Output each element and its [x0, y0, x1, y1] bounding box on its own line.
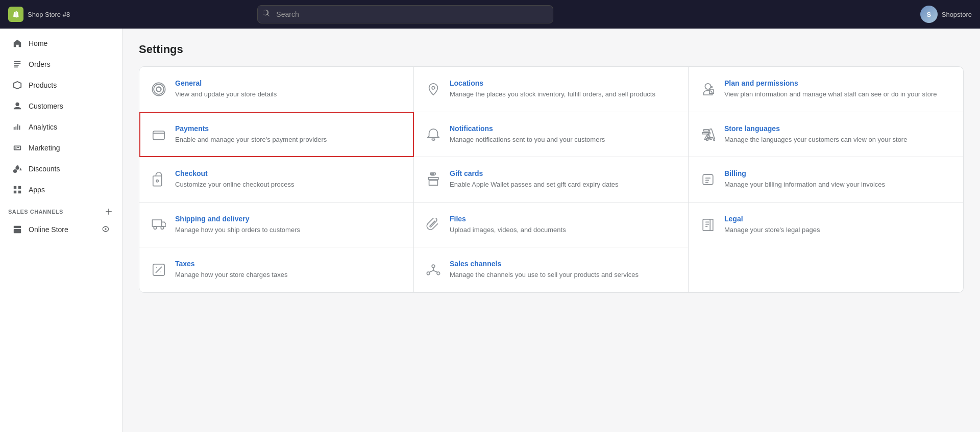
- settings-item-payments[interactable]: Payments Enable and manage your store's …: [139, 112, 414, 158]
- sidebar: Home Orders Products Customers Analytics…: [0, 29, 122, 432]
- settings-grid: General View and update your store detai…: [139, 67, 963, 292]
- sales-channels-label: SALES CHANNELS: [8, 209, 63, 215]
- sidebar-item-label-apps: Apps: [29, 186, 45, 194]
- layout: Home Orders Products Customers Analytics…: [0, 29, 980, 432]
- settings-item-content-gift-cards: Gift cards Enable Apple Wallet passes an…: [450, 169, 618, 190]
- sidebar-item-online-store[interactable]: Online Store: [4, 219, 118, 240]
- settings-item-plan-permissions[interactable]: Plan and permissions View plan informati…: [689, 67, 963, 112]
- sidebar-item-products[interactable]: Products: [4, 75, 118, 95]
- settings-item-desc-general: View and update your store details: [175, 89, 277, 99]
- settings-item-content-plan-permissions: Plan and permissions View plan informati…: [724, 79, 937, 99]
- sidebar-item-analytics[interactable]: Analytics: [4, 117, 118, 137]
- settings-item-billing[interactable]: Billing Manage your billing information …: [689, 157, 963, 202]
- svg-point-4: [156, 180, 158, 182]
- paperclip-icon: [424, 216, 443, 234]
- settings-item-content-payments: Payments Enable and manage your store's …: [175, 124, 327, 145]
- svg-rect-5: [703, 174, 713, 185]
- settings-item-desc-locations: Manage the places you stock inventory, f…: [450, 89, 655, 99]
- sidebar-item-apps[interactable]: Apps: [4, 180, 118, 200]
- billing-icon: [699, 170, 717, 189]
- sidebar-item-home[interactable]: Home: [4, 33, 118, 54]
- svg-point-11: [427, 272, 430, 275]
- settings-item-content-taxes: Taxes Manage how your store charges taxe…: [175, 260, 287, 280]
- channels-icon: [424, 261, 443, 279]
- bell-icon: [424, 125, 443, 144]
- settings-item-general[interactable]: General View and update your store detai…: [139, 67, 414, 112]
- settings-item-desc-payments: Enable and manage your store's payment p…: [175, 135, 327, 145]
- settings-item-content-files: Files Upload images, videos, and documen…: [450, 215, 566, 235]
- svg-rect-8: [703, 219, 710, 230]
- svg-rect-3: [153, 176, 162, 186]
- settings-item-title-files: Files: [450, 215, 566, 223]
- settings-item-content-locations: Locations Manage the places you stock in…: [450, 79, 655, 99]
- svg-rect-0: [8, 7, 23, 22]
- discounts-icon: [12, 164, 22, 174]
- logo[interactable]: Shop Store #8: [8, 7, 70, 22]
- settings-item-title-shipping-delivery: Shipping and delivery: [175, 215, 300, 223]
- settings-item-desc-checkout: Customize your online checkout process: [175, 180, 294, 190]
- settings-item-shipping-delivery[interactable]: Shipping and delivery Manage how you shi…: [139, 202, 414, 248]
- sidebar-item-discounts[interactable]: Discounts: [4, 159, 118, 179]
- search-bar[interactable]: [257, 5, 553, 23]
- svg-point-6: [154, 226, 157, 229]
- settings-item-content-checkout: Checkout Customize your online checkout …: [175, 169, 294, 190]
- truck-icon: [150, 216, 168, 234]
- gift-icon: [424, 170, 443, 189]
- settings-item-desc-gift-cards: Enable Apple Wallet passes and set gift …: [450, 180, 618, 190]
- add-sales-channel-button[interactable]: [104, 207, 114, 217]
- settings-item-title-notifications: Notifications: [450, 124, 605, 133]
- settings-item-desc-files: Upload images, videos, and documents: [450, 225, 566, 235]
- orders-icon: [12, 59, 22, 69]
- settings-item-title-gift-cards: Gift cards: [450, 169, 618, 177]
- settings-item-title-sales-channels: Sales channels: [450, 260, 639, 268]
- online-store-eye-icon[interactable]: [102, 225, 110, 235]
- settings-item-locations[interactable]: Locations Manage the places you stock in…: [414, 67, 689, 112]
- settings-item-desc-taxes: Manage how your store charges taxes: [175, 270, 287, 280]
- topbar: Shop Store #8 S Shopstore: [0, 0, 980, 29]
- settings-item-content-billing: Billing Manage your billing information …: [724, 169, 885, 190]
- settings-item-desc-plan-permissions: View plan information and manage what st…: [724, 89, 937, 99]
- store-name: Shop Store #8: [28, 11, 70, 18]
- products-icon: [12, 80, 22, 90]
- settings-item-content-store-languages: Store languages Manage the languages you…: [724, 124, 907, 145]
- sidebar-item-orders[interactable]: Orders: [4, 54, 118, 74]
- marketing-icon: [12, 143, 22, 153]
- settings-item-store-languages[interactable]: Store languages Manage the languages you…: [689, 112, 963, 158]
- main-content: Settings General View and update your st…: [122, 29, 980, 432]
- checkout-icon: [150, 170, 168, 189]
- sidebar-item-label-orders: Orders: [29, 60, 51, 68]
- settings-item-files[interactable]: Files Upload images, videos, and documen…: [414, 202, 689, 248]
- sidebar-item-marketing[interactable]: Marketing: [4, 138, 118, 158]
- settings-item-title-locations: Locations: [450, 79, 655, 87]
- settings-item-sales-channels[interactable]: Sales channels Manage the channels you u…: [414, 247, 689, 292]
- settings-item-notifications[interactable]: Notifications Manage notifications sent …: [414, 112, 689, 158]
- settings-item-title-billing: Billing: [724, 169, 885, 177]
- svg-rect-2: [153, 131, 164, 140]
- settings-item-desc-shipping-delivery: Manage how you ship orders to customers: [175, 225, 300, 235]
- settings-item-desc-store-languages: Manage the languages your customers can …: [724, 135, 907, 145]
- settings-item-content-notifications: Notifications Manage notifications sent …: [450, 124, 605, 145]
- svg-point-12: [437, 272, 440, 275]
- user-name: Shopstore: [942, 11, 972, 18]
- settings-item-content-legal: Legal Manage your store's legal pages: [724, 215, 820, 235]
- home-icon: [12, 38, 22, 48]
- settings-item-title-plan-permissions: Plan and permissions: [724, 79, 937, 87]
- translate-icon: [699, 125, 717, 144]
- settings-card: General View and update your store detai…: [139, 66, 964, 293]
- avatar[interactable]: S: [920, 6, 938, 23]
- settings-item-gift-cards[interactable]: Gift cards Enable Apple Wallet passes an…: [414, 157, 689, 202]
- sidebar-item-label-marketing: Marketing: [29, 144, 60, 152]
- settings-item-taxes[interactable]: Taxes Manage how your store charges taxe…: [139, 247, 414, 292]
- sidebar-item-label-customers: Customers: [29, 102, 63, 110]
- search-input[interactable]: [257, 5, 553, 23]
- settings-item-title-legal: Legal: [724, 215, 820, 223]
- settings-item-legal[interactable]: Legal Manage your store's legal pages: [689, 202, 963, 248]
- settings-item-desc-notifications: Manage notifications sent to you and you…: [450, 135, 605, 145]
- sidebar-item-customers[interactable]: Customers: [4, 96, 118, 116]
- sidebar-item-label-products: Products: [29, 81, 57, 89]
- online-store-label: Online Store: [29, 225, 68, 234]
- settings-item-title-payments: Payments: [175, 124, 327, 133]
- sidebar-item-label-analytics: Analytics: [29, 123, 57, 131]
- settings-item-checkout[interactable]: Checkout Customize your online checkout …: [139, 157, 414, 202]
- settings-item-content-general: General View and update your store detai…: [175, 79, 277, 99]
